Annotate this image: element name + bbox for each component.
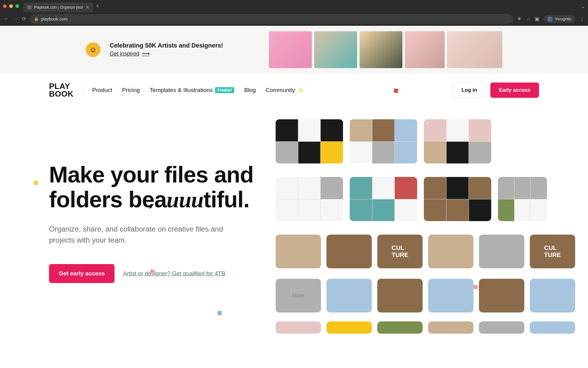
mouse-cursor: ➤ (149, 204, 153, 210)
confetti-decoration (394, 88, 399, 94)
hero-title-italic: uuu (167, 187, 203, 212)
favicon-icon (27, 5, 32, 10)
panel-icon[interactable]: ▣ (535, 16, 539, 22)
expand-tabs-icon[interactable]: ⌄ (581, 3, 585, 9)
logo[interactable]: PLAY BOOK (49, 82, 74, 98)
gallery-card[interactable] (428, 279, 473, 312)
close-tab-icon[interactable]: ✕ (86, 5, 89, 10)
gallery-card[interactable] (326, 235, 372, 268)
nav-community-label: Community (266, 87, 295, 94)
gallery-card[interactable] (424, 119, 491, 163)
sparkle-icon: ✨ (297, 87, 303, 93)
new-tab-button[interactable]: + (96, 3, 100, 10)
freebie-badge: Freebie! (215, 87, 234, 93)
artist-link[interactable]: Artist or designer? Get qualified for 4T… (123, 270, 225, 277)
gallery-card[interactable] (530, 279, 575, 312)
gallery-card[interactable] (377, 321, 423, 334)
gallery-card[interactable] (479, 279, 524, 312)
hero-cta-row: Get early access Artist or designer? Get… (49, 264, 276, 283)
gallery-card[interactable] (326, 279, 372, 312)
hero-gallery: CULTURE CULTURE Hate (276, 119, 588, 334)
url-text: playbook.com (41, 17, 67, 21)
menu-icon[interactable]: ⋮ (579, 16, 584, 22)
nav-links: Product Pricing Templates & Illustration… (92, 87, 303, 94)
gallery-card[interactable] (276, 321, 321, 334)
hero-section: Make your files and folders beauuutiful.… (0, 107, 588, 334)
gallery-card[interactable] (498, 177, 547, 221)
hero-copy: Make your files and folders beauuutiful.… (49, 119, 276, 334)
banner-thumb[interactable] (447, 31, 502, 68)
gallery-card[interactable] (350, 119, 417, 163)
hero-title-line1: Make your files and (49, 162, 254, 187)
banner-thumb[interactable] (269, 31, 312, 68)
gallery-card[interactable]: CULTURE (530, 235, 575, 268)
main-nav: PLAY BOOK Product Pricing Templates & Il… (0, 73, 588, 107)
announcement-banner: ☺ Celebrating 50K Artists and Designers!… (0, 26, 588, 73)
reload-button[interactable]: ⟳ (22, 16, 26, 22)
gallery-row (276, 177, 588, 221)
browser-address-bar: ← → ⟳ 🔒 playbook.com 👁 ☆ ▣ 👤 Incognito ⋮ (0, 12, 588, 26)
gallery-card[interactable] (377, 279, 423, 312)
gallery-card[interactable] (428, 321, 473, 334)
gallery-card[interactable] (276, 119, 343, 163)
nav-pricing[interactable]: Pricing (122, 87, 140, 94)
gallery-row: CULTURE CULTURE (276, 235, 588, 268)
window-maximize-button[interactable] (15, 4, 19, 8)
banner-link-text: Get inspired (110, 51, 139, 57)
eye-off-icon[interactable]: 👁 (517, 16, 522, 22)
gallery-card[interactable] (530, 321, 575, 334)
gallery-row (276, 321, 588, 334)
hero-subtitle: Organize, share, and collaborate on crea… (49, 224, 245, 246)
incognito-label: Incognito (555, 17, 571, 21)
window-minimize-button[interactable] (9, 4, 13, 8)
gallery-card[interactable] (326, 321, 372, 334)
banner-headline: Celebrating 50K Artists and Designers! (110, 42, 223, 49)
banner-thumb[interactable] (405, 31, 445, 68)
incognito-badge[interactable]: 👤 Incognito (544, 15, 575, 23)
confetti-decoration (33, 180, 38, 185)
browser-tab[interactable]: Playbook.com | Organize your ✕ (24, 2, 93, 12)
lock-icon: 🔒 (34, 17, 39, 21)
gallery-row: Hate (276, 279, 588, 312)
incognito-icon: 👤 (547, 16, 553, 22)
gallery-card[interactable]: Hate (276, 279, 321, 312)
gallery-row (276, 119, 588, 163)
back-button[interactable]: ← (4, 16, 9, 22)
gallery-card[interactable]: CULTURE (377, 235, 423, 268)
nav-product[interactable]: Product (92, 87, 112, 94)
hero-title-line2c: tiful. (203, 187, 249, 212)
bookmark-icon[interactable]: ☆ (526, 16, 530, 22)
url-input[interactable]: 🔒 playbook.com (30, 14, 513, 24)
forward-button[interactable]: → (13, 16, 18, 22)
gallery-card[interactable] (276, 235, 321, 268)
divider (83, 84, 83, 96)
banner-link[interactable]: Get inspired ⟶ (110, 50, 223, 57)
arrow-right-icon: ⟶ (142, 50, 150, 57)
gallery-card[interactable] (479, 235, 524, 268)
banner-thumb[interactable] (360, 31, 402, 68)
nav-templates-label: Templates & Illustrations (150, 87, 213, 94)
banner-thumb[interactable] (314, 31, 357, 68)
nav-actions: Log in Early access (453, 82, 539, 98)
banner-text: Celebrating 50K Artists and Designers! G… (110, 42, 223, 57)
hero-title: Make your files and folders beauuutiful. (49, 162, 276, 213)
nav-templates[interactable]: Templates & Illustrations Freebie! (150, 87, 235, 94)
banner-gallery (269, 31, 502, 68)
gallery-card[interactable] (350, 177, 417, 221)
smiley-icon: ☺ (86, 42, 100, 57)
confetti-decoration (473, 285, 478, 289)
window-close-button[interactable] (3, 4, 7, 8)
gallery-card[interactable] (428, 235, 473, 268)
window-controls (3, 4, 19, 8)
page-content: ☺ Celebrating 50K Artists and Designers!… (0, 26, 588, 368)
logo-line2: BOOK (49, 90, 74, 98)
toolbar-right: 👁 ☆ ▣ 👤 Incognito ⋮ (517, 15, 584, 23)
nav-blog[interactable]: Blog (244, 87, 256, 94)
early-access-button[interactable]: Early access (490, 82, 539, 98)
nav-community[interactable]: Community ✨ (266, 87, 303, 94)
gallery-card[interactable] (424, 177, 491, 221)
login-button[interactable]: Log in (453, 82, 486, 98)
get-early-access-button[interactable]: Get early access (49, 264, 115, 283)
gallery-card[interactable] (276, 177, 343, 221)
gallery-card[interactable] (479, 321, 524, 334)
